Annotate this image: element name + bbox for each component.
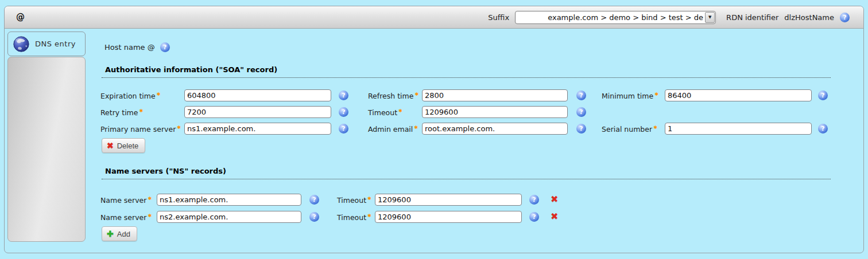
remove-row-icon[interactable]: ✖ <box>551 211 558 222</box>
add-plus-icon: ✚ <box>107 229 114 238</box>
primary-name-server-label: Primary name server✱ <box>100 125 181 134</box>
expiration-time-input[interactable] <box>184 89 331 101</box>
required-icon: ✱ <box>148 196 152 201</box>
help-icon[interactable]: ? <box>529 212 539 222</box>
help-icon[interactable]: ? <box>576 124 586 134</box>
soa-row-2: Retry time✱ ? Timeout✱ ? <box>98 106 844 123</box>
ns-section-heading: Name servers ("NS" records) <box>102 167 831 179</box>
required-icon: ✱ <box>398 108 402 113</box>
primary-name-server-input[interactable] <box>184 123 331 135</box>
remove-row-icon[interactable]: ✖ <box>551 194 558 205</box>
ns-timeout-input[interactable] <box>375 194 522 206</box>
ns-row-1: Name server✱ ? Timeout✱ ? ✖ <box>98 194 844 210</box>
required-icon: ✱ <box>367 196 371 201</box>
help-icon[interactable]: ? <box>309 195 319 205</box>
globe-icon <box>13 36 30 53</box>
required-icon: ✱ <box>414 92 418 97</box>
tab-dns-entry-label: DNS entry <box>35 40 76 48</box>
delete-x-icon: ✖ <box>107 141 114 150</box>
delete-button[interactable]: ✖ Delete <box>102 138 145 153</box>
soa-section-heading: Authoritative information ("SOA" record) <box>102 65 831 78</box>
help-icon[interactable]: ? <box>576 107 586 117</box>
soa-row-1: Expiration time✱ ? Refresh time✱ ? Minim… <box>98 89 844 106</box>
help-icon[interactable]: ? <box>529 195 539 205</box>
main-content: Host name @ ? Authoritative information … <box>98 6 861 253</box>
minimum-time-label: Minimum time✱ <box>602 92 658 100</box>
tab-dns-entry[interactable]: DNS entry <box>7 32 86 56</box>
sidebar-panel <box>7 57 86 242</box>
entry-title: @ <box>16 12 25 22</box>
host-name-row: Host name @ ? <box>104 42 170 52</box>
ns-row-2: Name server✱ ? Timeout✱ ? ✖ <box>98 211 844 227</box>
ns-timeout-input[interactable] <box>375 211 522 223</box>
retry-time-label: Retry time✱ <box>100 108 143 117</box>
required-icon: ✱ <box>157 92 161 97</box>
name-server-label: Name server✱ <box>100 196 152 205</box>
dns-entry-window: @ Suffix example.com > demo > bind > tes… <box>4 6 864 253</box>
retry-time-input[interactable] <box>184 106 331 118</box>
help-icon[interactable]: ? <box>309 212 319 222</box>
ns-timeout-label: Timeout✱ <box>337 213 371 222</box>
admin-email-input[interactable] <box>422 123 568 135</box>
required-icon: ✱ <box>177 125 181 130</box>
help-icon[interactable]: ? <box>818 91 828 100</box>
required-icon: ✱ <box>139 108 143 113</box>
timeout-input[interactable] <box>422 106 568 118</box>
refresh-time-label: Refresh time✱ <box>368 92 418 100</box>
help-icon[interactable]: ? <box>818 124 828 134</box>
soa-row-3: Primary name server✱ ? Admin email✱ ? Se… <box>98 123 844 139</box>
timeout-label: Timeout✱ <box>368 108 402 117</box>
name-server-input[interactable] <box>157 194 301 206</box>
help-icon[interactable]: ? <box>339 124 348 134</box>
required-icon: ✱ <box>654 92 658 97</box>
ns-timeout-label: Timeout✱ <box>337 196 371 205</box>
host-name-label: Host name @ <box>104 43 155 52</box>
delete-button-label: Delete <box>117 142 139 150</box>
required-icon: ✱ <box>653 125 657 130</box>
add-button-label: Add <box>117 230 130 238</box>
required-icon: ✱ <box>367 213 371 218</box>
name-server-label: Name server✱ <box>100 213 152 222</box>
required-icon: ✱ <box>148 213 152 218</box>
expiration-time-label: Expiration time✱ <box>100 92 160 100</box>
required-icon: ✱ <box>414 125 418 130</box>
add-button[interactable]: ✚ Add <box>102 226 137 241</box>
refresh-time-input[interactable] <box>422 89 568 101</box>
minimum-time-input[interactable] <box>665 89 812 101</box>
help-icon[interactable]: ? <box>339 91 348 100</box>
help-icon[interactable]: ? <box>339 107 348 117</box>
serial-number-input[interactable] <box>665 123 812 135</box>
help-icon[interactable]: ? <box>576 91 586 100</box>
admin-email-label: Admin email✱ <box>368 125 418 134</box>
name-server-input[interactable] <box>157 211 301 223</box>
serial-number-label: Serial number✱ <box>602 125 657 134</box>
help-icon[interactable]: ? <box>160 42 170 52</box>
